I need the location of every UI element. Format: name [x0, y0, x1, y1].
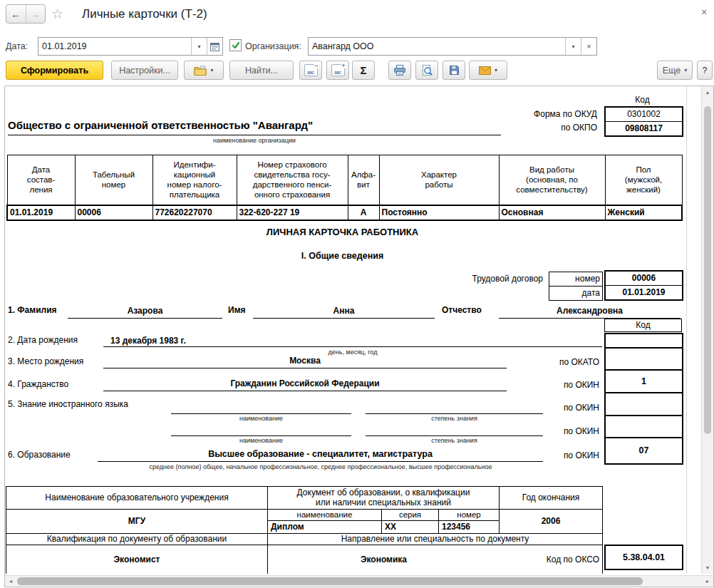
more-button[interactable]: Еще ▾ [657, 61, 693, 80]
citizenship-value: Гражданин Российской Федерации [103, 377, 507, 391]
education-code: 07 [606, 437, 682, 463]
specialty-value: Экономика [268, 555, 500, 565]
okud-value: 0301002 [606, 108, 682, 121]
section-title: I. Общие сведения [5, 251, 680, 261]
title-bar: ← → ☆ Личные карточки (Т-2) × [0, 0, 714, 31]
table-cell: Женский [605, 205, 682, 220]
table-cell: 322-620-227 19 [237, 205, 348, 220]
help-button[interactable]: ? [697, 61, 713, 80]
organization-clear-button[interactable]: × [581, 38, 596, 55]
find-button[interactable]: Найти... [229, 61, 294, 80]
institution-header: Наименование образовательного учреждения [6, 487, 268, 510]
col-header: Номер страхового свидетельства госу- дар… [237, 155, 348, 205]
print-button[interactable] [388, 61, 411, 80]
okin-label: по ОКИН [507, 403, 599, 413]
vertical-scrollbar[interactable]: ▲ ▼ [701, 86, 713, 574]
print-preview-button[interactable] [415, 61, 438, 80]
scroll-down-icon[interactable]: ▼ [702, 562, 713, 573]
education-value: Высшее образование - специалитет, магист… [98, 448, 543, 462]
scroll-left-icon[interactable]: ◄ [5, 576, 16, 587]
chevron-down-icon: ▾ [495, 67, 497, 73]
code-header-top: Код [604, 95, 681, 105]
col-header: Вид работы (основная, по совместительств… [499, 155, 605, 205]
okin-label: по ОКИН [507, 426, 599, 436]
chevron-down-icon: ▾ [197, 43, 200, 50]
name-value: Анна [253, 304, 435, 319]
horizontal-scrollbar[interactable]: ◄ ► [5, 575, 713, 587]
sigma-icon: Σ [360, 64, 366, 76]
close-icon[interactable]: × [698, 6, 710, 18]
okso-label: Код по ОКСО [500, 555, 602, 565]
birthdate-value: 13 декабря 1983 г. [103, 334, 602, 347]
okud-label: Форма по ОКУД [428, 109, 597, 119]
contract-number-value: 00006 [606, 272, 682, 285]
col-header: Пол (мужской, женский) [605, 155, 682, 205]
surname-label: 1. Фамилия [8, 305, 57, 315]
grad-year-header: Год окончания [500, 487, 603, 510]
abc-plus-icon: авс+ [331, 64, 345, 76]
patronymic-value: Александровна [499, 304, 681, 319]
scroll-right-icon[interactable]: ► [702, 576, 713, 587]
date-field[interactable]: 01.01.2019 ▾ [38, 37, 223, 56]
birthplace-code [606, 347, 682, 369]
specialty-header: Направление или специальность по докумен… [268, 534, 603, 545]
nav-button-group: ← → [6, 4, 46, 24]
language-name-hint-2: наименование [171, 437, 351, 444]
send-email-button[interactable]: ▾ [469, 61, 507, 80]
clear-x-icon: × [586, 42, 591, 51]
forward-button[interactable]: → [26, 5, 46, 23]
okso-value-box: 5.38.04.01 [604, 545, 683, 570]
page-edge-line [686, 86, 687, 574]
code-column-header: Код [604, 319, 682, 332]
organization-value[interactable]: Авангард ООО [309, 38, 565, 55]
generate-button[interactable]: Сформировать [6, 61, 103, 80]
table-cell: 01.01.2019 [7, 205, 75, 220]
organization-field[interactable]: Авангард ООО ▾ × [308, 37, 597, 56]
doc-name-header: наименование [268, 510, 382, 521]
favorite-star-icon[interactable]: ☆ [51, 6, 63, 22]
table-cell: Основная [499, 205, 605, 220]
chevron-down-icon: ▾ [684, 67, 687, 73]
education-hint: среднее (полное) общее, начальное профес… [64, 463, 577, 470]
chevron-down-icon: ▾ [210, 67, 213, 73]
scroll-up-icon[interactable]: ▲ [702, 87, 713, 98]
report-variants-button[interactable]: ▾ [184, 61, 224, 80]
col-header: Идентифи- кационный номер налого- плател… [152, 155, 237, 205]
organization-checkbox[interactable] [229, 39, 242, 51]
organization-name-hint: наименование организации [8, 137, 501, 144]
save-button[interactable] [443, 61, 465, 80]
language-code-1 [606, 392, 682, 415]
back-button[interactable]: ← [6, 5, 26, 23]
organization-label: Организация: [245, 41, 301, 51]
date-value[interactable]: 01.01.2019 [38, 38, 191, 55]
date-calendar-button[interactable] [207, 38, 222, 55]
report-sheet[interactable]: Код Форма по ОКУД по ОКПО 0301002 098081… [5, 86, 701, 574]
document-header: Документ об образовании, о квалификации … [268, 487, 500, 510]
chevron-down-icon: ▾ [571, 43, 574, 50]
organization-dropdown-button[interactable]: ▾ [565, 38, 581, 55]
table-cell: А [348, 205, 379, 220]
checkmark-icon [232, 41, 240, 50]
contract-date-value: 01.01.2019 [606, 285, 682, 299]
sum-button[interactable]: Σ [352, 61, 375, 80]
surname-value: Азарова [68, 304, 222, 319]
spreadsheet-document[interactable]: Код Форма по ОКУД по ОКПО 0301002 098081… [4, 86, 714, 587]
birthplace-value: Москва [103, 354, 507, 368]
expand-groups-button[interactable]: авс+ [326, 61, 349, 80]
education-label: 6. Образование [8, 450, 71, 460]
settings-button[interactable]: Настройки... [111, 61, 178, 80]
okin-label: по ОКИН [507, 450, 599, 460]
date-dropdown-button[interactable]: ▾ [191, 38, 207, 55]
collapse-groups-button[interactable]: авс− [299, 61, 322, 80]
citizenship-code: 1 [606, 369, 682, 392]
organization-name: Общество с ограниченной ответственностью… [8, 119, 501, 135]
contract-value-box: 00006 01.01.2019 [604, 270, 683, 301]
language-degree-hint-1: степень знания [366, 415, 543, 422]
contract-label-box: номер дата [549, 272, 603, 301]
doc-number-header: номер [439, 510, 500, 521]
doc-series-header: серия [382, 510, 439, 521]
envelope-icon [479, 66, 491, 75]
okin-label: по ОКИН [507, 380, 599, 390]
vertical-scroll-thumb[interactable] [704, 106, 711, 434]
horizontal-scroll-thumb[interactable] [17, 577, 643, 585]
